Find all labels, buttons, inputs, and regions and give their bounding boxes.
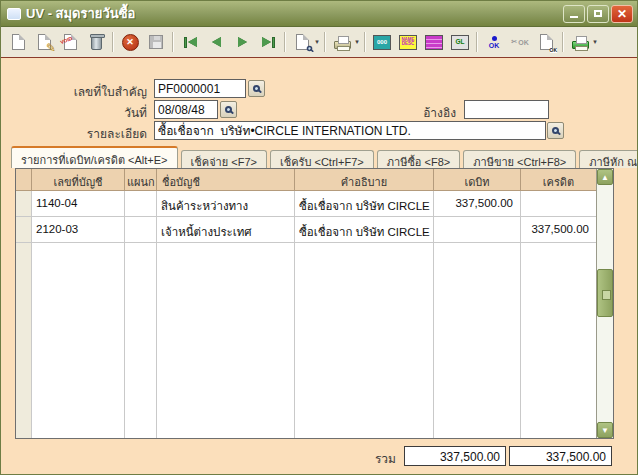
toolbar-separator bbox=[364, 32, 366, 52]
cancel-icon: ✕ bbox=[122, 34, 139, 51]
toolbar: ✎ VOID ✕ ▾ ▾ 000 NAMEDESC GL OK ✂OK OK ▾ bbox=[1, 27, 637, 58]
tab-sales-tax[interactable]: ภาษีขาย <Ctrl+F8> bbox=[463, 150, 576, 168]
grid-header-dept[interactable]: แผนก bbox=[125, 169, 157, 191]
magnifier-icon bbox=[307, 46, 313, 52]
quick-print-button[interactable] bbox=[567, 30, 593, 54]
scroll-up-button[interactable]: ▲ bbox=[597, 169, 613, 185]
new-document-button[interactable] bbox=[5, 30, 31, 54]
trash-icon bbox=[91, 37, 102, 50]
window-icon bbox=[7, 8, 21, 20]
magnifier-icon bbox=[225, 106, 232, 113]
table-row[interactable]: 1140-04 สินค้าระหว่างทาง ซื้อเชื่อจาก บร… bbox=[16, 191, 596, 217]
cell-account-no: 1140-04 bbox=[32, 191, 125, 217]
cell-credit bbox=[521, 191, 596, 217]
next-record-button[interactable] bbox=[229, 30, 255, 54]
cell-account-name: เจ้าหนี้ต่างประเทศ bbox=[157, 217, 295, 243]
post-gl-icon: GL bbox=[451, 35, 469, 50]
scrollbar-track[interactable] bbox=[597, 185, 613, 422]
cell-dept bbox=[125, 217, 157, 243]
form-area: เลขที่ใบสำคัญ วันที่ อ้างอิง รายละเอียด … bbox=[1, 58, 637, 475]
approve-button[interactable]: OK bbox=[481, 30, 507, 54]
maximize-button[interactable] bbox=[587, 5, 609, 23]
approve-ok-icon: OK bbox=[489, 36, 500, 49]
grid-header-row: เลขที่บัญชี แผนก ชื่อบัญชี คำอธิบาย เดบิ… bbox=[16, 169, 596, 191]
reference-label: อ้างอิง bbox=[331, 103, 456, 122]
save-icon bbox=[149, 35, 163, 49]
grid-header-account-name[interactable]: ชื่อบัญชี bbox=[157, 169, 295, 191]
save-button[interactable] bbox=[143, 30, 169, 54]
toolbar-separator bbox=[284, 32, 286, 52]
date-input[interactable] bbox=[154, 100, 218, 119]
tab-purchase-tax[interactable]: ภาษีซื้อ <F8> bbox=[377, 150, 461, 168]
grid-header-account-no[interactable]: เลขที่บัญชี bbox=[32, 169, 125, 191]
minimize-button[interactable] bbox=[563, 5, 585, 23]
document-ok-button[interactable]: OK bbox=[533, 30, 559, 54]
toolbar-separator bbox=[562, 32, 564, 52]
delete-button[interactable] bbox=[83, 30, 109, 54]
cell-dept bbox=[125, 191, 157, 217]
journal-button[interactable] bbox=[421, 30, 447, 54]
description-input[interactable] bbox=[154, 121, 546, 140]
scrollbar-thumb[interactable] bbox=[597, 269, 613, 317]
edit-button[interactable]: ✎ bbox=[31, 30, 57, 54]
pencil-icon: ✎ bbox=[46, 42, 56, 54]
doc-no-input[interactable] bbox=[154, 79, 246, 98]
account-codes-button[interactable]: 000 bbox=[369, 30, 395, 54]
toolbar-separator bbox=[112, 32, 114, 52]
tab-debit-credit[interactable]: รายการที่เดบิท/เครดิต <Alt+E> bbox=[11, 146, 178, 168]
journal-grid: เลขที่บัญชี แผนก ชื่อบัญชี คำอธิบาย เดบิ… bbox=[15, 168, 614, 439]
row-selector bbox=[16, 217, 32, 243]
magnifier-icon bbox=[552, 127, 559, 134]
close-button[interactable]: ✕ bbox=[611, 5, 633, 23]
void-button[interactable]: VOID bbox=[57, 30, 83, 54]
total-label: รวม bbox=[301, 449, 396, 468]
tab-cheque-paid[interactable]: เช็คจ่าย <F7> bbox=[181, 150, 267, 168]
cell-account-name: สินค้าระหว่างทาง bbox=[157, 191, 295, 217]
app-window: UV - สมุดรายวันซื้อ ✕ ✎ VOID ✕ ▾ ▾ 000 N… bbox=[0, 0, 638, 475]
toolbar-separator bbox=[324, 32, 326, 52]
find-button[interactable] bbox=[289, 30, 315, 54]
cancel-button[interactable]: ✕ bbox=[117, 30, 143, 54]
print-button[interactable] bbox=[329, 30, 355, 54]
grid-header-description[interactable]: คำอธิบาย bbox=[295, 169, 434, 191]
name-desc-button[interactable]: NAMEDESC bbox=[395, 30, 421, 54]
title-bar: UV - สมุดรายวันซื้อ ✕ bbox=[1, 1, 637, 27]
grid-header-selector bbox=[16, 169, 32, 191]
previous-record-icon bbox=[212, 37, 221, 47]
doc-no-lookup-button[interactable] bbox=[248, 80, 265, 97]
next-record-icon bbox=[238, 37, 247, 47]
tab-withholding-tax[interactable]: ภาษีหัก ณ ที่จ่าย <Ctrl+F10> bbox=[579, 150, 638, 168]
account-codes-icon: 000 bbox=[373, 35, 391, 50]
description-lookup-button[interactable] bbox=[547, 122, 564, 139]
cell-description: ซื้อเชื่อจาก บริษัท CIRCLE bbox=[295, 191, 434, 217]
unapprove-button[interactable]: ✂OK bbox=[507, 30, 533, 54]
tab-cheque-received[interactable]: เช็ครับ <Ctrl+F7> bbox=[270, 150, 374, 168]
tab-bar: รายการที่เดบิท/เครดิต <Alt+E> เช็คจ่าย <… bbox=[11, 146, 638, 168]
date-lookup-button[interactable] bbox=[220, 101, 237, 118]
last-record-button[interactable] bbox=[255, 30, 281, 54]
printer-icon bbox=[334, 41, 351, 49]
grid-header-credit[interactable]: เครดิต bbox=[521, 169, 596, 191]
post-gl-button[interactable]: GL bbox=[447, 30, 473, 54]
vertical-scrollbar[interactable]: ▲ ▼ bbox=[596, 169, 613, 438]
journal-book-icon bbox=[425, 35, 443, 50]
previous-record-button[interactable] bbox=[203, 30, 229, 54]
first-record-button[interactable] bbox=[177, 30, 203, 54]
doc-no-label: เลขที่ใบสำคัญ bbox=[1, 82, 147, 101]
grid-header-debit[interactable]: เดบิท bbox=[434, 169, 521, 191]
description-label: รายละเอียด bbox=[1, 124, 147, 143]
magnifier-icon bbox=[253, 85, 260, 92]
date-label: วันที่ bbox=[1, 103, 147, 122]
reference-input[interactable] bbox=[464, 100, 549, 119]
scroll-down-button[interactable]: ▼ bbox=[597, 422, 613, 438]
maximize-icon bbox=[594, 10, 602, 17]
cell-debit: 337,500.00 bbox=[434, 191, 521, 217]
cell-debit bbox=[434, 217, 521, 243]
new-document-icon bbox=[12, 34, 25, 50]
table-row[interactable]: 2120-03 เจ้าหนี้ต่างประเทศ ซื้อเชื่อจาก … bbox=[16, 217, 596, 243]
row-selector bbox=[16, 191, 32, 217]
cell-credit: 337,500.00 bbox=[521, 217, 596, 243]
toolbar-separator bbox=[476, 32, 478, 52]
grid-empty-area bbox=[16, 243, 596, 438]
cell-account-no: 2120-03 bbox=[32, 217, 125, 243]
